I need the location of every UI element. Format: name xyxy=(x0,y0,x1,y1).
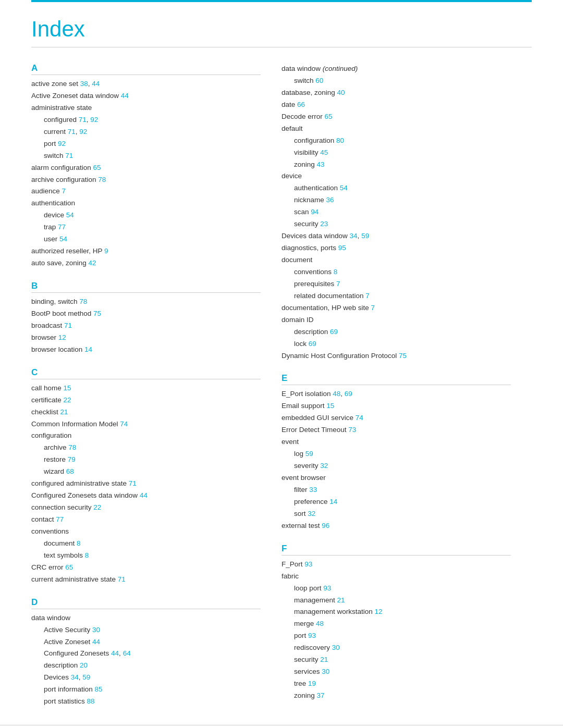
list-item: auto save, zoning 42 xyxy=(31,257,261,269)
list-item: contact 77 xyxy=(31,514,261,526)
left-column: A active zone set 38, 44 Active Zoneset … xyxy=(31,63,261,719)
list-item: archive 78 xyxy=(31,442,261,454)
list-item: configured 71, 92 xyxy=(31,114,261,126)
list-item: nickname 36 xyxy=(282,194,511,206)
list-item: administrative state xyxy=(31,102,261,114)
list-item: active zone set 38, 44 xyxy=(31,78,261,90)
section-e: E E_Port isolation 48, 69 Email support … xyxy=(282,373,511,532)
list-item: document 8 xyxy=(31,538,261,550)
list-item: zoning 43 xyxy=(282,159,511,171)
list-item: visibility 45 xyxy=(282,147,511,159)
list-item: log 59 xyxy=(282,448,511,460)
list-item: current 71, 92 xyxy=(31,126,261,138)
list-item: Devices 34, 59 xyxy=(31,672,261,684)
list-item: zoning 37 xyxy=(282,690,511,702)
list-item: CRC error 65 xyxy=(31,562,261,574)
list-item: prerequisites 7 xyxy=(282,278,511,290)
list-item: authentication 54 xyxy=(282,182,511,194)
list-item: lock 69 xyxy=(282,338,511,350)
section-b: B binding, switch 78 BootP boot method 7… xyxy=(31,281,261,356)
list-item: conventions 8 xyxy=(282,266,511,278)
list-item: data window xyxy=(31,612,261,624)
section-f: F F_Port 93 fabric loop port 93 manageme… xyxy=(282,544,511,702)
list-item: database, zoning 40 xyxy=(282,87,511,99)
list-item: F_Port 93 xyxy=(282,559,511,571)
list-item: description 69 xyxy=(282,326,511,338)
section-letter-b: B xyxy=(31,281,261,293)
list-item: Active Security 30 xyxy=(31,624,261,636)
section-letter-c: C xyxy=(31,367,261,379)
list-item: configuration 80 xyxy=(282,135,511,147)
list-item: conventions xyxy=(31,526,261,538)
list-item: connection security 22 xyxy=(31,502,261,514)
list-item: device 54 xyxy=(31,209,261,221)
list-item: event xyxy=(282,436,511,448)
list-item: rediscovery 30 xyxy=(282,642,511,654)
list-item: configured administrative state 71 xyxy=(31,478,261,490)
list-item: alarm configuration 65 xyxy=(31,162,261,174)
section-letter-e: E xyxy=(282,373,511,385)
list-item: documentation, HP web site 7 xyxy=(282,302,511,314)
list-item: call home 15 xyxy=(31,382,261,394)
list-item: restore 79 xyxy=(31,454,261,466)
right-column: data window (continued) switch 60 databa… xyxy=(282,63,511,719)
list-item: port information 85 xyxy=(31,684,261,696)
list-item: security 21 xyxy=(282,654,511,666)
list-item: switch 71 xyxy=(31,150,261,162)
list-item: fabric xyxy=(282,571,511,583)
list-item: browser 12 xyxy=(31,332,261,344)
list-item: switch 60 xyxy=(282,75,511,87)
list-item: wizard 68 xyxy=(31,466,261,478)
list-item: authorized reseller, HP 9 xyxy=(31,245,261,257)
section-d: D data window Active Security 30 Active … xyxy=(31,597,261,708)
list-item: external test 96 xyxy=(282,520,511,532)
list-item: audience 7 xyxy=(31,186,261,198)
list-item: description 20 xyxy=(31,660,261,672)
page: Index A active zone set 38, 44 Active Zo… xyxy=(0,0,563,728)
section-letter-f: F xyxy=(282,544,511,556)
list-item: document xyxy=(282,254,511,266)
list-item: Email support 15 xyxy=(282,400,511,412)
section-d-continued: data window (continued) switch 60 databa… xyxy=(282,63,511,362)
list-item: Common Information Model 74 xyxy=(31,418,261,430)
list-item: embedded GUI service 74 xyxy=(282,412,511,424)
list-item: tree 19 xyxy=(282,678,511,690)
top-border xyxy=(31,0,532,2)
list-item: data window (continued) xyxy=(282,63,511,75)
list-item: checklist 21 xyxy=(31,406,261,418)
list-item: Decode error 65 xyxy=(282,111,511,123)
section-letter-a: A xyxy=(31,63,261,75)
section-c: C call home 15 certificate 22 checklist … xyxy=(31,367,261,586)
list-item: management 21 xyxy=(282,595,511,607)
list-item: port statistics 88 xyxy=(31,696,261,708)
list-item: port 92 xyxy=(31,138,261,150)
list-item: Error Detect Timeout 73 xyxy=(282,424,511,436)
list-item: Active Zoneset 44 xyxy=(31,636,261,648)
list-item: services 30 xyxy=(282,666,511,678)
list-item: Active Zoneset data window 44 xyxy=(31,90,261,102)
list-item: scan 94 xyxy=(282,206,511,218)
list-item: loop port 93 xyxy=(282,583,511,595)
list-item: sort 32 xyxy=(282,508,511,520)
list-item: user 54 xyxy=(31,233,261,245)
list-item: trap 77 xyxy=(31,221,261,233)
list-item: Configured Zonesets data window 44 xyxy=(31,490,261,502)
list-item: preference 14 xyxy=(282,496,511,508)
list-item: diagnostics, ports 95 xyxy=(282,242,511,254)
list-item: text symbols 8 xyxy=(31,550,261,562)
section-a: A active zone set 38, 44 Active Zoneset … xyxy=(31,63,261,269)
list-item: management workstation 12 xyxy=(282,606,511,618)
list-item: port 93 xyxy=(282,630,511,642)
list-item: filter 33 xyxy=(282,484,511,496)
list-item: event browser xyxy=(282,472,511,484)
list-item: current administrative state 71 xyxy=(31,574,261,586)
index-columns: A active zone set 38, 44 Active Zoneset … xyxy=(31,63,532,719)
list-item: BootP boot method 75 xyxy=(31,308,261,320)
list-item: Dynamic Host Configuration Protocol 75 xyxy=(282,350,511,362)
list-item: Configured Zonesets 44, 64 xyxy=(31,648,261,660)
list-item: merge 48 xyxy=(282,618,511,630)
list-item: severity 32 xyxy=(282,460,511,472)
list-item: security 23 xyxy=(282,218,511,230)
list-item: archive configuration 78 xyxy=(31,174,261,186)
list-item: E_Port isolation 48, 69 xyxy=(282,388,511,400)
